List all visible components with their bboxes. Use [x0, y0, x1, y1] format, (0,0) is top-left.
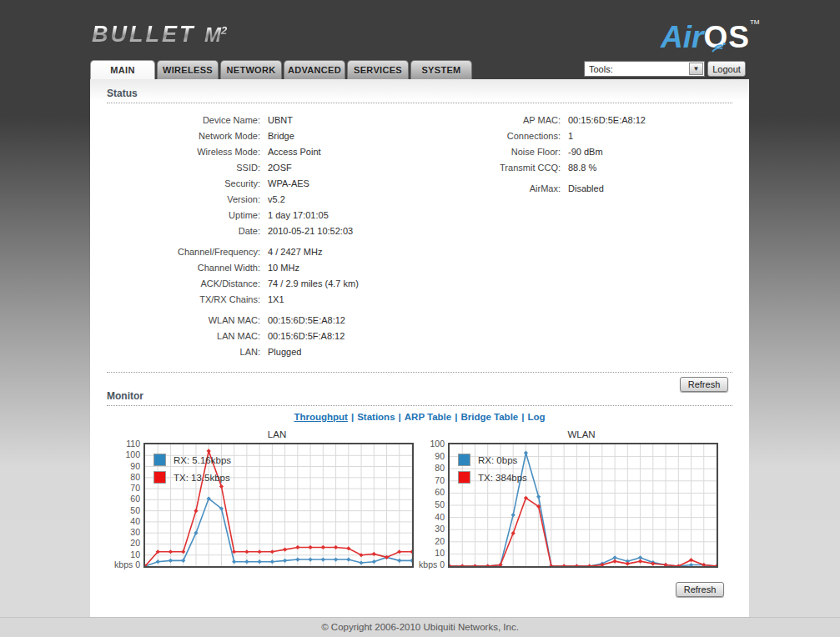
status-row: Device Name:UBNT — [107, 113, 359, 128]
chart-y-axis: 100908070605040302010kbps 0 — [410, 443, 445, 568]
status-left-column: Device Name:UBNTNetwork Mode:BridgeWirel… — [107, 113, 359, 365]
y-tick-label: 110 — [105, 439, 140, 449]
monitor-link-bridge-table[interactable]: Bridge Table — [460, 412, 518, 422]
status-row: TX/RX Chains:1X1 — [107, 292, 359, 308]
link-separator: | — [451, 412, 460, 422]
wifi-arcs-icon — [709, 40, 726, 53]
status-right-column: AP MAC:00:15:6D:5E:A8:12Connections:1Noi… — [449, 113, 646, 202]
tab-system[interactable]: SYSTEM — [410, 60, 472, 79]
airos-logo-air: Air — [661, 20, 703, 54]
legend-label: TX: 13.5kbps — [174, 473, 230, 483]
status-label: Channel/Frequency: — [107, 244, 268, 260]
chart-legend: RX: 5.16kbpsTX: 13.5kbps — [153, 451, 231, 486]
y-tick-label: 20 — [105, 538, 140, 548]
tab-advanced[interactable]: ADVANCED — [284, 60, 345, 79]
status-row: ACK/Distance:74 / 2.9 miles (4.7 km) — [107, 276, 359, 292]
dropdown-arrow-icon[interactable]: ▼ — [689, 63, 703, 75]
tx-legend-swatch — [458, 471, 470, 484]
monitor-link-stations[interactable]: Stations — [357, 412, 395, 422]
status-value: v5.2 — [268, 192, 285, 208]
status-label: Wireless Mode: — [107, 144, 268, 160]
status-label: WLAN MAC: — [107, 313, 268, 329]
status-row: AP MAC:00:15:6D:5E:A8:12 — [449, 113, 646, 128]
monitor-refresh-button[interactable]: Refresh — [676, 582, 724, 597]
status-row: LAN:Plugged — [107, 344, 359, 360]
tab-wireless[interactable]: WIRELESS — [157, 60, 219, 79]
status-label: Noise Floor: — [449, 144, 568, 160]
status-value: 2OSF — [268, 160, 292, 176]
status-label: AirMax: — [449, 181, 568, 197]
status-row: AirMax:Disabled — [449, 181, 646, 197]
status-label: ACK/Distance: — [107, 276, 268, 292]
tab-bar: MAINWIRELESSNETWORKADVANCEDSERVICESSYSTE… — [90, 60, 474, 79]
tx-legend-swatch — [153, 471, 166, 484]
status-label: LAN: — [107, 344, 268, 360]
status-label: Connections: — [449, 128, 568, 144]
y-tick-label: 50 — [410, 499, 445, 509]
status-label: Uptime: — [107, 208, 268, 223]
y-tick-label: 60 — [410, 487, 445, 497]
legend-label: TX: 384bps — [478, 473, 527, 483]
legend-label: RX: 0bps — [478, 455, 517, 465]
status-value: 00:15:6D:5E:A8:12 — [568, 113, 646, 128]
y-tick-label: 40 — [105, 516, 140, 526]
y-tick-label: 70 — [105, 483, 140, 493]
rx-legend-swatch — [153, 454, 166, 466]
y-tick-label: 70 — [410, 475, 445, 485]
legend-entry-rx: RX: 5.16kbps — [153, 451, 231, 469]
y-tick-label: 80 — [105, 472, 140, 482]
chart-title: LAN — [143, 429, 410, 443]
y-tick-label: 10 — [105, 549, 140, 559]
copyright-text: © Copyright 2006-2010 Ubiquiti Networks,… — [321, 622, 519, 632]
y-tick-label: 10 — [410, 548, 445, 558]
status-label: Security: — [107, 176, 268, 192]
y-tick-label: 90 — [410, 451, 445, 461]
y-tick-label: 20 — [410, 536, 445, 546]
status-value: UBNT — [268, 113, 293, 128]
logout-button[interactable]: Logout — [707, 61, 746, 77]
y-tick-label: 30 — [410, 524, 445, 534]
monitor-link-arp-table[interactable]: ARP Table — [405, 412, 451, 422]
tab-main[interactable]: MAIN — [90, 60, 155, 79]
monitor-link-log[interactable]: Log — [527, 412, 545, 422]
y-tick-label: 50 — [105, 505, 140, 515]
status-label: Network Mode: — [107, 128, 268, 144]
bullet-logo-model: M2 — [204, 23, 227, 46]
tab-services[interactable]: SERVICES — [347, 60, 409, 79]
monitor-section-title: Monitor — [107, 390, 732, 406]
status-row: Version:v5.2 — [107, 192, 359, 208]
status-label: Version: — [107, 192, 268, 208]
rx-legend-swatch — [458, 454, 470, 466]
y-tick-label: 30 — [105, 527, 140, 537]
status-group: AP MAC:00:15:6D:5E:A8:12Connections:1Noi… — [449, 113, 646, 176]
status-row: Channel Width:10 MHz — [107, 260, 359, 276]
chart-plot-area: RX: 0bpsTX: 384bps — [448, 443, 718, 568]
status-group: Device Name:UBNTNetwork Mode:BridgeWirel… — [107, 113, 359, 239]
status-value: 2010-05-21 10:52:03 — [268, 223, 353, 239]
airos-logo-tm: TM — [750, 18, 760, 26]
status-group: Channel/Frequency:4 / 2427 MHzChannel Wi… — [107, 244, 359, 308]
status-row: WLAN MAC:00:15:6D:5E:A8:12 — [107, 313, 359, 329]
tab-network[interactable]: NETWORK — [220, 60, 282, 79]
status-value: Bridge — [268, 128, 294, 144]
status-row: Transmit CCQ:88.8 % — [449, 160, 646, 176]
airos-page: BULLET M2 Air OSTM Tools: ▼ Logout MAINW… — [0, 0, 840, 637]
y-axis-zero-label: kbps 0 — [105, 559, 140, 569]
chart-plot-area: RX: 5.16kbpsTX: 13.5kbps — [143, 443, 414, 568]
status-row: Uptime:1 day 17:01:05 — [107, 208, 359, 223]
tools-dropdown[interactable]: Tools: ▼ — [584, 61, 705, 77]
link-separator: | — [518, 412, 527, 422]
status-value: Disabled — [568, 181, 604, 197]
y-tick-label: 60 — [105, 494, 140, 504]
status-row: LAN MAC:00:15:6D:5F:A8:12 — [107, 329, 359, 344]
bullet-logo: BULLET M2 — [92, 22, 227, 48]
chart-body: 100908070605040302010kbps 0RX: 0bpsTX: 3… — [410, 443, 715, 568]
legend-entry-rx: RX: 0bps — [458, 451, 527, 469]
status-label: Transmit CCQ: — [449, 160, 568, 176]
footer: © Copyright 2006-2010 Ubiquiti Networks,… — [0, 617, 840, 637]
monitor-link-throughput[interactable]: Throughput — [294, 412, 348, 422]
status-value: Access Point — [268, 144, 321, 160]
wlan-chart: WLAN100908070605040302010kbps 0RX: 0bpsT… — [410, 429, 715, 568]
legend-label: RX: 5.16kbps — [174, 455, 231, 465]
status-value: 00:15:6D:5F:A8:12 — [268, 329, 345, 344]
